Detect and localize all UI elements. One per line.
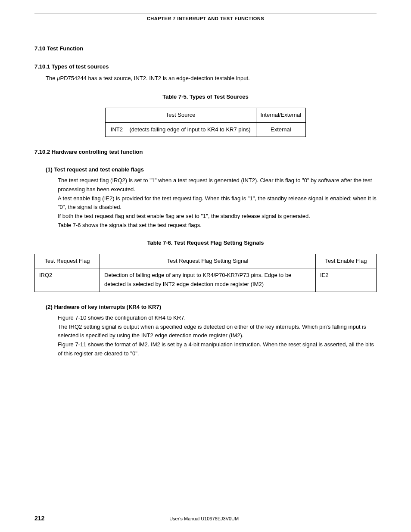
chapter-header: CHAPTER 7 INTERRUPT AND TEST FUNCTIONS [34,15,377,23]
item-2-title: (2) Hardware of key interrupts (KR4 to K… [46,303,377,312]
header-rule [34,13,377,13]
paragraph: A test enable flag (IE2) is provided for… [58,194,377,212]
table-row: IRQ2 Detection of falling edge of any in… [35,268,377,292]
paragraph: Table 7-6 shows the signals that set the… [58,221,377,230]
paragraph: If both the test request flag and test e… [58,212,377,221]
paragraph: The test request flag (IRQ2) is set to "… [58,176,377,194]
table-header-cell: Test Enable Flag [316,254,377,268]
table-header-cell: Test Request Flag [35,254,100,268]
item-1-body: The test request flag (IRQ2) is set to "… [58,176,377,230]
subsection-7-10-2-title: 7.10.2 Hardware controlling test functio… [34,148,377,157]
section-title: 7.10 Test Function [34,44,377,53]
mu-symbol: µ [57,75,60,81]
int2-label: INT2 [111,125,128,134]
paragraph: Figure 7-10 shows the configuration of K… [58,314,377,323]
table-cell: Detection of falling edge of any input t… [100,268,316,292]
intro-text: The µPD754244 has a test source, INT2. I… [46,74,377,83]
table-cell: INT2 (detects falling edge of input to K… [105,122,256,137]
subsection-7-10-1-title: 7.10.1 Types of test sources [34,62,377,72]
table-7-5-caption: Table 7-5. Types of Test Sources [34,93,377,102]
table-cell: External [256,122,306,137]
table-cell: IE2 [316,268,377,292]
int2-desc: (detects falling edge of input to KR4 to… [129,126,250,133]
intro-rest: PD754244 has a test source, INT2. INT2 i… [60,75,250,81]
item-2-body: Figure 7-10 shows the configuration of K… [58,314,377,358]
page-footer: 212 User's Manual U10676EJ3V0UM [34,513,377,523]
manual-reference: User's Manual U10676EJ3V0UM [169,515,239,523]
table-7-5: Test Source Internal/External INT2 (dete… [105,108,306,137]
table-row: INT2 (detects falling edge of input to K… [105,122,305,137]
table-header-cell: Test Source [105,108,256,122]
table-7-6-caption: Table 7-6. Test Request Flag Setting Sig… [34,239,377,248]
item-1-title: (1) Test request and test enable flags [46,165,377,174]
table-header-cell: Internal/External [256,108,306,122]
paragraph: The IRQ2 setting signal is output when a… [58,323,377,341]
table-row: Test Source Internal/External [105,108,305,122]
table-7-6: Test Request Flag Test Request Flag Sett… [34,254,377,292]
table-row: Test Request Flag Test Request Flag Sett… [35,254,377,268]
paragraph: Figure 7-11 shows the format of IM2. IM2… [58,340,377,358]
intro-prefix: The [46,75,57,81]
table-cell: IRQ2 [35,268,100,292]
page-number: 212 [34,513,44,523]
table-header-cell: Test Request Flag Setting Signal [100,254,316,268]
